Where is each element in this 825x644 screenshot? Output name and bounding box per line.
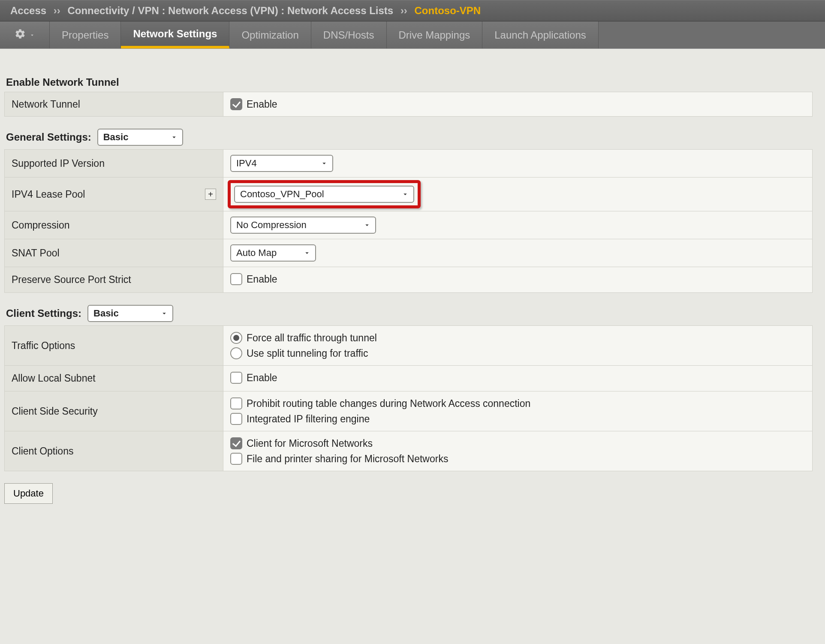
chevron-down-icon (160, 310, 168, 317)
select-value: Contoso_VPN_Pool (240, 189, 324, 200)
checkbox-icon (230, 372, 242, 384)
chevron-down-icon (29, 32, 35, 38)
radio-icon (230, 332, 242, 344)
radio-force-all-traffic[interactable]: Force all traffic through tunnel (230, 332, 805, 344)
label-network-tunnel: Network Tunnel (5, 92, 223, 117)
checkbox-icon (230, 273, 242, 285)
row-allow-local-subnet: Allow Local Subnet Enable (5, 366, 813, 391)
label-client-opts: Client Options (5, 431, 223, 471)
chevron-down-icon (303, 249, 311, 257)
checkbox-prohibit-routing[interactable]: Prohibit routing table changes during Ne… (230, 397, 805, 409)
add-lease-pool-button[interactable]: + (205, 189, 216, 200)
radio-label: Force all traffic through tunnel (247, 332, 377, 344)
table-enable-tunnel: Network Tunnel Enable (4, 92, 813, 117)
row-supported-ip-version: Supported IP Version IPV4 (5, 150, 813, 178)
tab-label: Drive Mappings (399, 29, 470, 41)
tab-label: Properties (62, 29, 108, 41)
breadcrumb-current: Contoso-VPN (415, 5, 481, 16)
table-general-settings: Supported IP Version IPV4 IPV4 Lease Poo… (4, 149, 813, 293)
select-value: IPV4 (236, 158, 257, 169)
label-snat-pool: SNAT Pool (5, 239, 223, 267)
checkbox-icon (230, 453, 242, 465)
row-client-side-security: Client Side Security Prohibit routing ta… (5, 391, 813, 431)
chevron-down-icon (320, 159, 328, 167)
checkbox-icon (230, 98, 242, 110)
row-snat-pool: SNAT Pool Auto Map (5, 239, 813, 267)
radio-label: Use split tunneling for traffic (247, 348, 368, 359)
tab-drive-mappings[interactable]: Drive Mappings (387, 21, 483, 48)
select-value: No Compression (236, 220, 307, 231)
select-snat-pool[interactable]: Auto Map (230, 244, 316, 262)
tab-optimization[interactable]: Optimization (229, 21, 311, 48)
label-security: Client Side Security (5, 391, 223, 431)
select-client-mode[interactable]: Basic (87, 305, 173, 322)
highlight-lease-pool: Contoso_VPN_Pool (228, 180, 421, 208)
row-preserve-source-port: Preserve Source Port Strict Enable (5, 267, 813, 293)
tab-dns-hosts[interactable]: DNS/Hosts (311, 21, 387, 48)
tab-label: Launch Applications (494, 29, 586, 41)
gear-menu[interactable] (0, 21, 50, 48)
label-ip-version: Supported IP Version (5, 150, 223, 178)
update-button[interactable]: Update (4, 483, 53, 504)
section-title-enable-tunnel: Enable Network Tunnel (6, 76, 821, 88)
checkbox-icon (230, 413, 242, 425)
gear-icon (15, 28, 26, 42)
checkbox-label: Integrated IP filtering engine (247, 413, 370, 425)
tab-launch-applications[interactable]: Launch Applications (482, 21, 599, 48)
chevron-down-icon (401, 190, 409, 198)
section-title-general: General Settings: (6, 131, 91, 143)
checkbox-ip-filtering[interactable]: Integrated IP filtering engine (230, 413, 805, 425)
checkbox-allow-local-enable[interactable]: Enable (230, 372, 277, 384)
select-ip-version[interactable]: IPV4 (230, 155, 333, 172)
select-value: Auto Map (236, 247, 277, 259)
tab-properties[interactable]: Properties (50, 21, 121, 48)
select-compression[interactable]: No Compression (230, 217, 376, 234)
checkbox-label: File and printer sharing for Microsoft N… (247, 453, 448, 465)
label-preserve-src: Preserve Source Port Strict (5, 267, 223, 293)
label-traffic: Traffic Options (5, 326, 223, 366)
row-client-options: Client Options Client for Microsoft Netw… (5, 431, 813, 471)
radio-icon (230, 347, 242, 359)
checkbox-icon (230, 437, 242, 449)
tab-bar: Properties Network Settings Optimization… (0, 21, 825, 49)
tab-label: Optimization (241, 29, 298, 41)
table-client-settings: Traffic Options Force all traffic throug… (4, 325, 813, 471)
checkbox-label: Client for Microsoft Networks (247, 438, 373, 449)
tab-label: Network Settings (133, 28, 217, 40)
chevron-down-icon (170, 133, 178, 141)
checkbox-label: Enable (247, 372, 277, 384)
select-value: Basic (103, 132, 129, 143)
tab-network-settings[interactable]: Network Settings (121, 21, 229, 48)
checkbox-file-printer-sharing[interactable]: File and printer sharing for Microsoft N… (230, 453, 805, 465)
row-traffic-options: Traffic Options Force all traffic throug… (5, 326, 813, 366)
row-ipv4-lease-pool: IPV4 Lease Pool + Contoso_VPN_Pool (5, 178, 813, 211)
checkbox-label: Prohibit routing table changes during Ne… (247, 398, 530, 409)
checkbox-label: Enable (247, 274, 277, 285)
checkbox-label: Enable (247, 99, 277, 110)
checkbox-client-ms-networks[interactable]: Client for Microsoft Networks (230, 437, 805, 449)
select-general-mode[interactable]: Basic (97, 129, 183, 146)
label-lease-pool: IPV4 Lease Pool (12, 189, 85, 200)
checkbox-network-tunnel-enable[interactable]: Enable (230, 98, 277, 110)
breadcrumb-path[interactable]: Connectivity / VPN : Network Access (VPN… (67, 5, 393, 16)
breadcrumb-root[interactable]: Access (10, 5, 46, 16)
checkbox-preserve-src-enable[interactable]: Enable (230, 273, 277, 285)
select-lease-pool[interactable]: Contoso_VPN_Pool (234, 186, 414, 203)
label-compression: Compression (5, 211, 223, 239)
breadcrumb: Access ›› Connectivity / VPN : Network A… (0, 0, 825, 21)
chevron-down-icon (363, 221, 371, 229)
select-value: Basic (93, 308, 119, 319)
row-compression: Compression No Compression (5, 211, 813, 239)
row-network-tunnel: Network Tunnel Enable (5, 92, 813, 117)
breadcrumb-sep-2: ›› (400, 5, 407, 16)
checkbox-icon (230, 397, 242, 409)
tab-label: DNS/Hosts (323, 29, 374, 41)
breadcrumb-sep-1: ›› (54, 5, 60, 16)
section-title-client: Client Settings: (6, 307, 81, 319)
radio-split-tunneling[interactable]: Use split tunneling for traffic (230, 347, 805, 359)
label-allow-local: Allow Local Subnet (5, 366, 223, 391)
